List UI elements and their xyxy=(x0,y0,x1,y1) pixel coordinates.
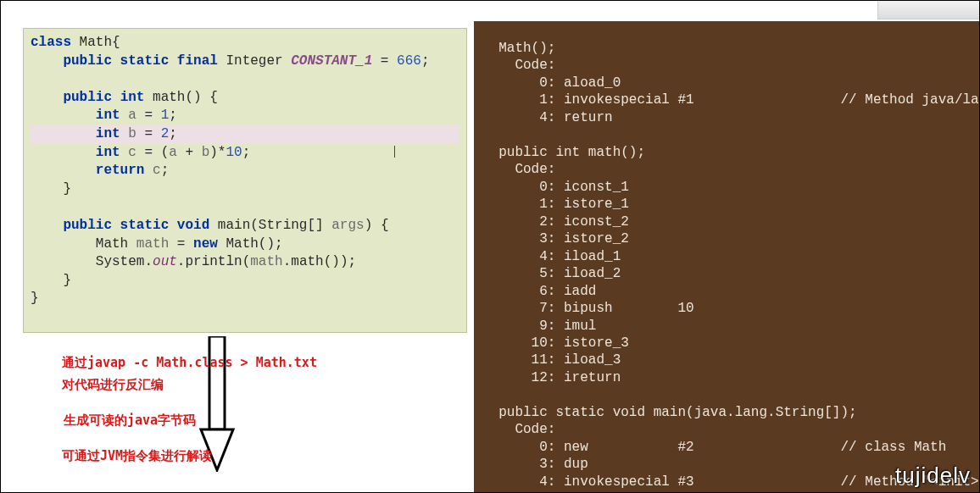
svg-rect-0 xyxy=(209,336,225,429)
annotation-command: 通过javap -c Math.class > Math.txt xyxy=(62,355,317,371)
bytecode-output: Math(); Code: 0: aload_0 1: invokespecia… xyxy=(474,21,980,493)
annotation-jvm: 可通过JVM指令集进行解读 xyxy=(62,448,212,464)
java-source-editor: class Math{ public static final Integer … xyxy=(23,28,467,333)
watermark-label: tujidelv xyxy=(895,463,971,489)
annotation-bytecode: 生成可读的java字节码 xyxy=(64,413,196,429)
window-controls-stub xyxy=(877,1,979,19)
annotation-disasm: 对代码进行反汇编 xyxy=(62,377,164,393)
